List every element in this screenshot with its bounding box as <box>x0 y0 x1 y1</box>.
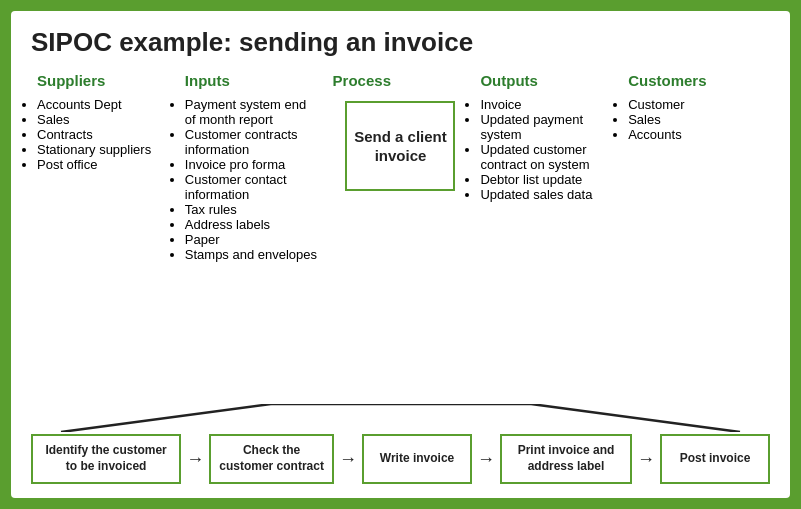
flow-step-3: Write invoice <box>362 434 472 484</box>
arrow-1: → <box>181 449 209 470</box>
suppliers-list: Accounts Dept Sales Contracts Stationary… <box>37 97 173 172</box>
arrow-4: → <box>632 449 660 470</box>
flow-step-2: Check the customer contract <box>209 434 334 484</box>
diagonal-svg <box>31 404 770 432</box>
list-item: Tax rules <box>185 202 321 217</box>
outputs-column: Outputs Invoice Updated payment system U… <box>474 72 622 362</box>
process-column: Process Send a client invoice <box>327 72 475 362</box>
inputs-header: Inputs <box>185 72 321 89</box>
suppliers-header: Suppliers <box>37 72 173 89</box>
process-header: Process <box>333 72 391 89</box>
list-item: Updated payment system <box>480 112 616 142</box>
flow-step-5: Post invoice <box>660 434 770 484</box>
list-item: Debtor list update <box>480 172 616 187</box>
bottom-section: Identify the customer to be invoiced → C… <box>31 404 770 484</box>
list-item: Updated customer contract on system <box>480 142 616 172</box>
list-item: Sales <box>628 112 764 127</box>
list-item: Customer contact information <box>185 172 321 202</box>
list-item: Invoice <box>480 97 616 112</box>
list-item: Contracts <box>37 127 173 142</box>
outputs-header: Outputs <box>480 72 616 89</box>
customers-column: Customers Customer Sales Accounts <box>622 72 770 362</box>
svg-line-0 <box>61 404 271 432</box>
flow-step-1: Identify the customer to be invoiced <box>31 434 181 484</box>
customers-header: Customers <box>628 72 764 89</box>
list-item: Stamps and envelopes <box>185 247 321 262</box>
process-box: Send a client invoice <box>345 101 455 191</box>
svg-line-1 <box>531 404 740 432</box>
outputs-list: Invoice Updated payment system Updated c… <box>480 97 616 202</box>
flow-step-4: Print invoice and address label <box>500 434 632 484</box>
diagonal-lines <box>31 404 770 432</box>
list-item: Payment system end of month report <box>185 97 321 127</box>
list-item: Updated sales data <box>480 187 616 202</box>
list-item: Customer contracts information <box>185 127 321 157</box>
main-container: SIPOC example: sending an invoice Suppli… <box>11 11 790 498</box>
list-item: Post office <box>37 157 173 172</box>
list-item: Address labels <box>185 217 321 232</box>
sipoc-columns: Suppliers Accounts Dept Sales Contracts … <box>31 72 770 362</box>
inputs-list: Payment system end of month report Custo… <box>185 97 321 262</box>
list-item: Paper <box>185 232 321 247</box>
inputs-column: Inputs Payment system end of month repor… <box>179 72 327 362</box>
page-title: SIPOC example: sending an invoice <box>31 27 770 58</box>
suppliers-column: Suppliers Accounts Dept Sales Contracts … <box>31 72 179 362</box>
list-item: Accounts <box>628 127 764 142</box>
process-flow: Identify the customer to be invoiced → C… <box>31 434 770 484</box>
list-item: Accounts Dept <box>37 97 173 112</box>
customers-list: Customer Sales Accounts <box>628 97 764 142</box>
list-item: Invoice pro forma <box>185 157 321 172</box>
list-item: Sales <box>37 112 173 127</box>
list-item: Customer <box>628 97 764 112</box>
arrow-3: → <box>472 449 500 470</box>
list-item: Stationary suppliers <box>37 142 173 157</box>
arrow-2: → <box>334 449 362 470</box>
